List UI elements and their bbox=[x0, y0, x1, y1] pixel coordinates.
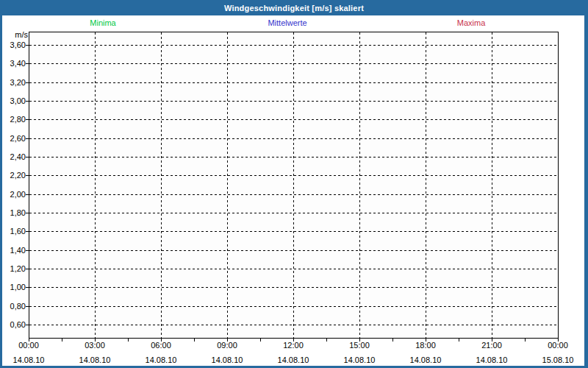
x-tick-date-label: 14.08.10 bbox=[135, 355, 187, 364]
y-tick-mark bbox=[26, 82, 29, 83]
y-tick-label: 1,80 bbox=[1, 208, 26, 217]
y-tick-mark bbox=[26, 269, 29, 269]
y-tick-mark bbox=[26, 119, 29, 120]
x-tick-date-label: 14.08.10 bbox=[268, 355, 319, 364]
y-tick-mark bbox=[26, 63, 29, 64]
x-tick-mark bbox=[62, 339, 62, 342]
x-tick-mark bbox=[525, 339, 526, 342]
y-tick-label: 2,60 bbox=[1, 134, 26, 143]
y-tick-mark bbox=[26, 175, 29, 176]
x-tick-date-label: 14.08.10 bbox=[201, 355, 253, 364]
y-tick-label: 3,00 bbox=[1, 96, 26, 105]
window-border-right bbox=[584, 15, 588, 368]
y-tick-mark bbox=[26, 287, 29, 288]
x-tick-time-label: 12:00 bbox=[268, 341, 319, 350]
y-tick-mark bbox=[26, 194, 29, 195]
legend-item-minima: Minima bbox=[90, 18, 115, 27]
y-tick-mark bbox=[26, 45, 29, 46]
legend-item-mittelwerte: Mittelwerte bbox=[268, 18, 306, 27]
x-tick-time-label: 15:00 bbox=[334, 341, 385, 350]
x-tick-date-label: 15.08.10 bbox=[532, 355, 584, 364]
y-tick-mark bbox=[26, 213, 29, 213]
chart-window: Windgeschwindigkeit [m/s] skaliert Minim… bbox=[0, 0, 588, 368]
y-tick-label: 1,00 bbox=[1, 283, 26, 291]
y-tick-label: 2,00 bbox=[1, 190, 26, 199]
v-gridline bbox=[161, 32, 162, 338]
plot-area bbox=[29, 32, 559, 339]
x-tick-time-label: 21:00 bbox=[466, 341, 517, 350]
y-tick-label: 1,20 bbox=[1, 264, 26, 273]
v-gridline bbox=[95, 32, 96, 338]
x-tick-date-label: 14.08.10 bbox=[3, 355, 54, 364]
y-tick-label: 2,40 bbox=[1, 152, 26, 161]
v-gridline bbox=[426, 32, 426, 338]
x-tick-date-label: 14.08.10 bbox=[400, 355, 451, 364]
y-tick-label: 1,60 bbox=[1, 227, 26, 236]
y-tick-label: 3,20 bbox=[1, 78, 26, 87]
window-titlebar[interactable]: Windgeschwindigkeit [m/s] skaliert bbox=[0, 0, 588, 15]
y-tick-mark bbox=[26, 325, 29, 325]
window-title: Windgeschwindigkeit [m/s] skaliert bbox=[224, 4, 364, 13]
y-tick-label: 2,20 bbox=[1, 171, 26, 180]
x-tick-time-label: 06:00 bbox=[135, 341, 187, 350]
x-tick-date-label: 14.08.10 bbox=[466, 355, 517, 364]
x-tick-mark bbox=[459, 339, 459, 342]
y-tick-mark bbox=[26, 101, 29, 102]
v-gridline bbox=[492, 32, 492, 338]
y-axis-unit-label: m/s bbox=[1, 31, 28, 39]
y-tick-label: 3,60 bbox=[1, 40, 26, 49]
y-tick-label: 0,60 bbox=[1, 320, 26, 329]
x-tick-time-label: 09:00 bbox=[201, 341, 253, 350]
y-tick-label: 1,40 bbox=[1, 246, 26, 255]
x-tick-date-label: 14.08.10 bbox=[69, 355, 121, 364]
x-tick-date-label: 14.08.10 bbox=[334, 355, 385, 364]
x-tick-mark bbox=[128, 339, 129, 342]
x-tick-time-label: 00:00 bbox=[3, 341, 54, 350]
x-tick-mark bbox=[392, 339, 393, 342]
y-tick-mark bbox=[26, 306, 29, 307]
window-border-left bbox=[0, 15, 2, 368]
x-tick-mark bbox=[194, 339, 195, 342]
x-tick-time-label: 03:00 bbox=[69, 341, 121, 350]
x-tick-mark bbox=[326, 339, 327, 342]
y-tick-label: 0,80 bbox=[1, 302, 26, 311]
v-gridline bbox=[293, 32, 294, 338]
y-tick-mark bbox=[26, 138, 29, 139]
y-tick-label: 3,40 bbox=[1, 59, 26, 68]
y-tick-mark bbox=[26, 231, 29, 232]
x-tick-time-label: 18:00 bbox=[400, 341, 451, 350]
y-tick-label: 2,80 bbox=[1, 115, 26, 124]
y-tick-mark bbox=[26, 157, 29, 158]
legend-item-maxima: Maxima bbox=[457, 18, 486, 27]
x-tick-time-label: 00:00 bbox=[532, 341, 584, 350]
y-tick-mark bbox=[26, 250, 29, 251]
v-gridline bbox=[227, 32, 228, 338]
x-tick-mark bbox=[260, 339, 261, 342]
v-gridline bbox=[359, 32, 360, 338]
